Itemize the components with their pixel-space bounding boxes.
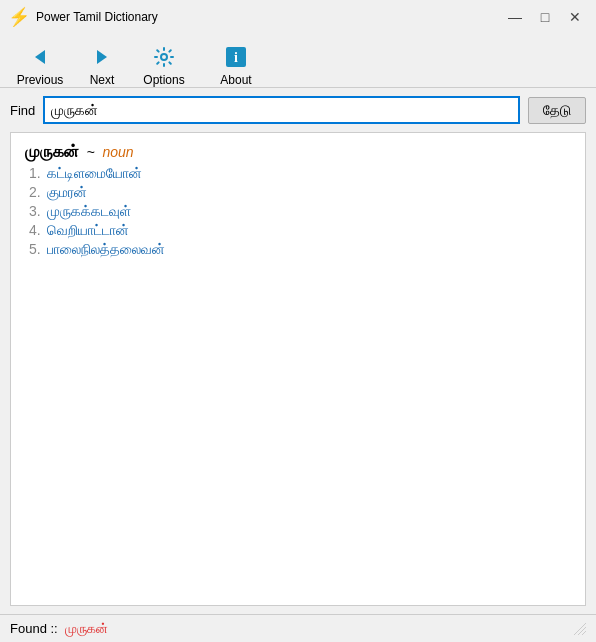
svg-line-5 <box>582 631 586 635</box>
title-bar: ⚡ Power Tamil Dictionary — □ ✕ <box>0 0 596 32</box>
list-num: 1. <box>29 165 41 181</box>
options-icon <box>150 43 178 71</box>
definition-link[interactable]: வெறியாட்டான் <box>47 222 129 238</box>
main-content: Find தேடு முருகன் ~ noun 1. கட்டிளமையோன்… <box>0 88 596 614</box>
list-item: 1. கட்டிளமையோன் <box>29 165 571 182</box>
result-header: முருகன் ~ noun <box>25 143 571 161</box>
result-pos: noun <box>102 144 133 160</box>
svg-text:i: i <box>234 50 238 65</box>
arrow-right-icon <box>97 50 107 64</box>
previous-icon <box>26 43 54 71</box>
next-label: Next <box>90 73 115 87</box>
about-icon: i <box>222 43 250 71</box>
result-list: 1. கட்டிளமையோன் 2. குமரன் 3. முருகக்கடவு… <box>25 165 571 258</box>
list-item: 4. வெறியாட்டான் <box>29 222 571 239</box>
about-button[interactable]: i About <box>200 43 272 87</box>
app-icon: ⚡ <box>8 6 30 28</box>
svg-point-0 <box>161 54 167 60</box>
definition-link[interactable]: பாலைநிலத்தலைவன் <box>47 241 165 257</box>
status-word: முருகன் <box>65 621 108 636</box>
status-bar: Found :: முருகன் <box>0 614 596 642</box>
toolbar: Previous Next Options i About <box>0 32 596 88</box>
next-button[interactable]: Next <box>76 43 128 87</box>
list-num: 4. <box>29 222 41 238</box>
list-num: 5. <box>29 241 41 257</box>
next-icon <box>88 43 116 71</box>
results-area: முருகன் ~ noun 1. கட்டிளமையோன் 2. குமரன்… <box>10 132 586 606</box>
app-title: Power Tamil Dictionary <box>36 10 158 24</box>
list-item: 5. பாலைநிலத்தலைவன் <box>29 241 571 258</box>
minimize-button[interactable]: — <box>502 7 528 27</box>
find-row: Find தேடு <box>10 96 586 124</box>
title-bar-left: ⚡ Power Tamil Dictionary <box>8 6 158 28</box>
find-input[interactable] <box>43 96 520 124</box>
find-label: Find <box>10 103 35 118</box>
result-word: முருகன் <box>25 143 79 160</box>
options-label: Options <box>143 73 184 87</box>
definition-link[interactable]: கட்டிளமையோன் <box>47 165 142 181</box>
arrow-left-icon <box>35 50 45 64</box>
close-button[interactable]: ✕ <box>562 7 588 27</box>
status-prefix: Found :: <box>10 621 58 636</box>
list-item: 2. குமரன் <box>29 184 571 201</box>
svg-line-4 <box>578 627 586 635</box>
result-tilde: ~ <box>87 144 95 160</box>
window-controls: — □ ✕ <box>502 7 588 27</box>
list-num: 2. <box>29 184 41 200</box>
list-num: 3. <box>29 203 41 219</box>
previous-label: Previous <box>17 73 64 87</box>
search-button[interactable]: தேடு <box>528 97 586 124</box>
resize-handle-icon <box>574 623 586 635</box>
definition-link[interactable]: முருகக்கடவுள் <box>47 203 131 219</box>
previous-button[interactable]: Previous <box>4 43 76 87</box>
list-item: 3. முருகக்கடவுள் <box>29 203 571 220</box>
status-text: Found :: முருகன் <box>10 621 108 637</box>
options-button[interactable]: Options <box>128 43 200 87</box>
maximize-button[interactable]: □ <box>532 7 558 27</box>
about-label: About <box>220 73 251 87</box>
definition-link[interactable]: குமரன் <box>47 184 87 200</box>
